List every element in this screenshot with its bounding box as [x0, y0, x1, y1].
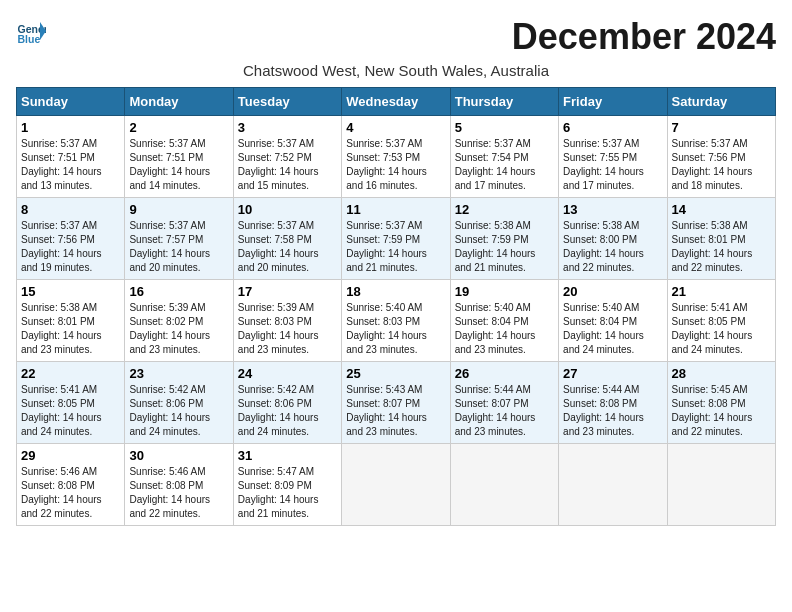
- day-info: Sunrise: 5:44 AMSunset: 8:08 PMDaylight:…: [563, 383, 662, 439]
- calendar-day-31: 31Sunrise: 5:47 AMSunset: 8:09 PMDayligh…: [233, 444, 341, 526]
- day-info: Sunrise: 5:40 AMSunset: 8:04 PMDaylight:…: [455, 301, 554, 357]
- day-number: 22: [21, 366, 120, 381]
- day-number: 19: [455, 284, 554, 299]
- day-number: 18: [346, 284, 445, 299]
- calendar-day-7: 7Sunrise: 5:37 AMSunset: 7:56 PMDaylight…: [667, 116, 775, 198]
- svg-text:Blue: Blue: [18, 33, 41, 45]
- weekday-friday: Friday: [559, 88, 667, 116]
- calendar-day-3: 3Sunrise: 5:37 AMSunset: 7:52 PMDaylight…: [233, 116, 341, 198]
- calendar-day-30: 30Sunrise: 5:46 AMSunset: 8:08 PMDayligh…: [125, 444, 233, 526]
- empty-cell: [559, 444, 667, 526]
- subtitle: Chatswood West, New South Wales, Austral…: [16, 62, 776, 79]
- weekday-sunday: Sunday: [17, 88, 125, 116]
- day-number: 8: [21, 202, 120, 217]
- calendar-day-14: 14Sunrise: 5:38 AMSunset: 8:01 PMDayligh…: [667, 198, 775, 280]
- day-info: Sunrise: 5:37 AMSunset: 7:56 PMDaylight:…: [21, 219, 120, 275]
- calendar-week-4: 22Sunrise: 5:41 AMSunset: 8:05 PMDayligh…: [17, 362, 776, 444]
- day-info: Sunrise: 5:38 AMSunset: 7:59 PMDaylight:…: [455, 219, 554, 275]
- calendar-day-19: 19Sunrise: 5:40 AMSunset: 8:04 PMDayligh…: [450, 280, 558, 362]
- weekday-wednesday: Wednesday: [342, 88, 450, 116]
- day-number: 31: [238, 448, 337, 463]
- day-info: Sunrise: 5:37 AMSunset: 7:55 PMDaylight:…: [563, 137, 662, 193]
- page-header: General Blue December 2024: [16, 16, 776, 58]
- day-info: Sunrise: 5:38 AMSunset: 8:01 PMDaylight:…: [672, 219, 771, 275]
- calendar-day-15: 15Sunrise: 5:38 AMSunset: 8:01 PMDayligh…: [17, 280, 125, 362]
- day-number: 13: [563, 202, 662, 217]
- calendar-week-1: 1Sunrise: 5:37 AMSunset: 7:51 PMDaylight…: [17, 116, 776, 198]
- empty-cell: [667, 444, 775, 526]
- day-info: Sunrise: 5:37 AMSunset: 7:54 PMDaylight:…: [455, 137, 554, 193]
- logo: General Blue: [16, 16, 48, 46]
- calendar-day-13: 13Sunrise: 5:38 AMSunset: 8:00 PMDayligh…: [559, 198, 667, 280]
- day-number: 3: [238, 120, 337, 135]
- calendar-body: 1Sunrise: 5:37 AMSunset: 7:51 PMDaylight…: [17, 116, 776, 526]
- day-number: 2: [129, 120, 228, 135]
- calendar-day-23: 23Sunrise: 5:42 AMSunset: 8:06 PMDayligh…: [125, 362, 233, 444]
- day-info: Sunrise: 5:37 AMSunset: 7:51 PMDaylight:…: [21, 137, 120, 193]
- day-info: Sunrise: 5:41 AMSunset: 8:05 PMDaylight:…: [672, 301, 771, 357]
- day-info: Sunrise: 5:38 AMSunset: 8:00 PMDaylight:…: [563, 219, 662, 275]
- weekday-monday: Monday: [125, 88, 233, 116]
- day-number: 4: [346, 120, 445, 135]
- calendar-week-3: 15Sunrise: 5:38 AMSunset: 8:01 PMDayligh…: [17, 280, 776, 362]
- day-info: Sunrise: 5:44 AMSunset: 8:07 PMDaylight:…: [455, 383, 554, 439]
- day-number: 9: [129, 202, 228, 217]
- day-number: 1: [21, 120, 120, 135]
- day-info: Sunrise: 5:39 AMSunset: 8:02 PMDaylight:…: [129, 301, 228, 357]
- calendar-day-10: 10Sunrise: 5:37 AMSunset: 7:58 PMDayligh…: [233, 198, 341, 280]
- weekday-header-row: SundayMondayTuesdayWednesdayThursdayFrid…: [17, 88, 776, 116]
- empty-cell: [450, 444, 558, 526]
- day-number: 11: [346, 202, 445, 217]
- weekday-saturday: Saturday: [667, 88, 775, 116]
- empty-cell: [342, 444, 450, 526]
- day-number: 16: [129, 284, 228, 299]
- calendar-day-25: 25Sunrise: 5:43 AMSunset: 8:07 PMDayligh…: [342, 362, 450, 444]
- day-info: Sunrise: 5:46 AMSunset: 8:08 PMDaylight:…: [129, 465, 228, 521]
- day-info: Sunrise: 5:43 AMSunset: 8:07 PMDaylight:…: [346, 383, 445, 439]
- calendar-day-26: 26Sunrise: 5:44 AMSunset: 8:07 PMDayligh…: [450, 362, 558, 444]
- day-info: Sunrise: 5:38 AMSunset: 8:01 PMDaylight:…: [21, 301, 120, 357]
- day-info: Sunrise: 5:39 AMSunset: 8:03 PMDaylight:…: [238, 301, 337, 357]
- day-number: 17: [238, 284, 337, 299]
- calendar-day-5: 5Sunrise: 5:37 AMSunset: 7:54 PMDaylight…: [450, 116, 558, 198]
- day-number: 21: [672, 284, 771, 299]
- day-info: Sunrise: 5:37 AMSunset: 7:52 PMDaylight:…: [238, 137, 337, 193]
- day-info: Sunrise: 5:42 AMSunset: 8:06 PMDaylight:…: [129, 383, 228, 439]
- month-title: December 2024: [512, 16, 776, 58]
- day-info: Sunrise: 5:37 AMSunset: 7:57 PMDaylight:…: [129, 219, 228, 275]
- day-number: 27: [563, 366, 662, 381]
- calendar-day-28: 28Sunrise: 5:45 AMSunset: 8:08 PMDayligh…: [667, 362, 775, 444]
- calendar-day-18: 18Sunrise: 5:40 AMSunset: 8:03 PMDayligh…: [342, 280, 450, 362]
- calendar-day-29: 29Sunrise: 5:46 AMSunset: 8:08 PMDayligh…: [17, 444, 125, 526]
- day-number: 6: [563, 120, 662, 135]
- day-info: Sunrise: 5:37 AMSunset: 7:59 PMDaylight:…: [346, 219, 445, 275]
- calendar-day-1: 1Sunrise: 5:37 AMSunset: 7:51 PMDaylight…: [17, 116, 125, 198]
- day-info: Sunrise: 5:45 AMSunset: 8:08 PMDaylight:…: [672, 383, 771, 439]
- weekday-thursday: Thursday: [450, 88, 558, 116]
- calendar-day-2: 2Sunrise: 5:37 AMSunset: 7:51 PMDaylight…: [125, 116, 233, 198]
- calendar-day-24: 24Sunrise: 5:42 AMSunset: 8:06 PMDayligh…: [233, 362, 341, 444]
- weekday-tuesday: Tuesday: [233, 88, 341, 116]
- day-info: Sunrise: 5:46 AMSunset: 8:08 PMDaylight:…: [21, 465, 120, 521]
- day-info: Sunrise: 5:37 AMSunset: 7:53 PMDaylight:…: [346, 137, 445, 193]
- day-number: 10: [238, 202, 337, 217]
- day-number: 14: [672, 202, 771, 217]
- calendar-day-17: 17Sunrise: 5:39 AMSunset: 8:03 PMDayligh…: [233, 280, 341, 362]
- day-info: Sunrise: 5:40 AMSunset: 8:03 PMDaylight:…: [346, 301, 445, 357]
- day-info: Sunrise: 5:37 AMSunset: 7:56 PMDaylight:…: [672, 137, 771, 193]
- day-number: 7: [672, 120, 771, 135]
- calendar-day-27: 27Sunrise: 5:44 AMSunset: 8:08 PMDayligh…: [559, 362, 667, 444]
- day-info: Sunrise: 5:42 AMSunset: 8:06 PMDaylight:…: [238, 383, 337, 439]
- calendar-day-9: 9Sunrise: 5:37 AMSunset: 7:57 PMDaylight…: [125, 198, 233, 280]
- calendar-table: SundayMondayTuesdayWednesdayThursdayFrid…: [16, 87, 776, 526]
- calendar-day-4: 4Sunrise: 5:37 AMSunset: 7:53 PMDaylight…: [342, 116, 450, 198]
- calendar-day-12: 12Sunrise: 5:38 AMSunset: 7:59 PMDayligh…: [450, 198, 558, 280]
- day-number: 24: [238, 366, 337, 381]
- calendar-day-22: 22Sunrise: 5:41 AMSunset: 8:05 PMDayligh…: [17, 362, 125, 444]
- calendar-day-6: 6Sunrise: 5:37 AMSunset: 7:55 PMDaylight…: [559, 116, 667, 198]
- day-info: Sunrise: 5:37 AMSunset: 7:58 PMDaylight:…: [238, 219, 337, 275]
- day-number: 12: [455, 202, 554, 217]
- calendar-week-5: 29Sunrise: 5:46 AMSunset: 8:08 PMDayligh…: [17, 444, 776, 526]
- day-info: Sunrise: 5:47 AMSunset: 8:09 PMDaylight:…: [238, 465, 337, 521]
- logo-icon: General Blue: [16, 16, 46, 46]
